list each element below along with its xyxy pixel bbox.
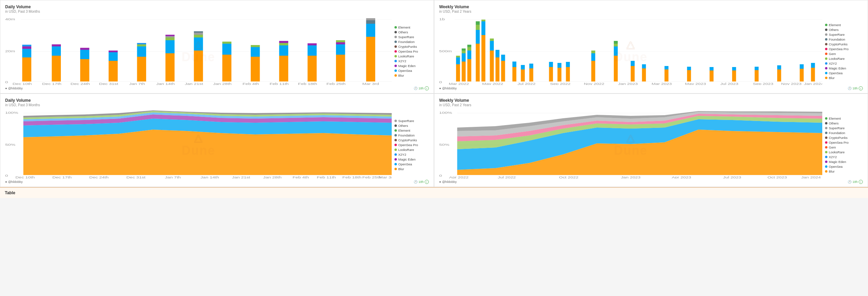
svg-text:Dec 10th: Dec 10th (12, 82, 32, 85)
svg-text:Jan 7th: Jan 7th (165, 176, 181, 178)
legend-dot (825, 43, 827, 45)
svg-rect-24 (165, 40, 174, 53)
chart-daily-volume-area: Daily Volume in USD, Past 3 Months 100% … (0, 94, 434, 187)
legend-dot (394, 60, 397, 62)
legend-label: Element (398, 25, 410, 29)
legend-label: OpenSea (829, 165, 843, 168)
svg-text:Dec 17th: Dec 17th (42, 82, 61, 85)
svg-rect-52 (366, 20, 375, 24)
legend-label: Blur (398, 167, 404, 171)
legend-dot (394, 36, 397, 38)
svg-rect-47 (336, 44, 345, 55)
legend-item-magic-eden: Magic Eden (825, 160, 863, 164)
svg-text:Feb 11th: Feb 11th (317, 176, 336, 178)
legend-item-gem: Gem (825, 52, 863, 56)
svg-rect-27 (165, 35, 174, 36)
svg-rect-30 (194, 35, 203, 37)
legend-bl: SuperRareOthersElementFoundationCryptoPu… (394, 110, 429, 178)
legend-label: X2Y2 (398, 153, 406, 156)
svg-text:Jan 2023: Jan 2023 (618, 83, 638, 85)
svg-rect-80 (467, 59, 471, 81)
chart-time-bl[interactable]: 🕐 18h i (414, 180, 429, 184)
svg-rect-17 (109, 52, 118, 61)
svg-rect-91 (490, 51, 493, 81)
legend-dot (394, 50, 397, 53)
legend-label: Magic Eden (398, 157, 415, 161)
chart-time-br[interactable]: 🕐 18h i (848, 180, 863, 184)
legend-item-cryptopunks: CryptoPunks (825, 136, 863, 140)
svg-text:Feb 25th: Feb 25th (326, 82, 345, 85)
info-icon-bl: i (425, 180, 429, 184)
legend-item-blur: Blur (825, 76, 863, 80)
svg-rect-134 (800, 64, 803, 69)
svg-rect-53 (366, 18, 375, 20)
svg-rect-45 (307, 43, 316, 45)
svg-text:Mar 2023: Mar 2023 (652, 83, 672, 85)
chart-time-tl[interactable]: 🕐 18h i (414, 86, 429, 90)
svg-text:40m: 40m (5, 18, 15, 21)
legend-label: SuperRare (829, 126, 845, 130)
legend-item-element: Element (825, 23, 863, 27)
info-icon-tr: i (859, 86, 863, 90)
svg-text:Dec 31st: Dec 31st (99, 82, 118, 85)
svg-rect-107 (557, 63, 561, 68)
svg-rect-12 (52, 44, 61, 46)
svg-rect-40 (279, 45, 288, 56)
svg-rect-96 (501, 61, 505, 81)
svg-rect-111 (591, 53, 595, 61)
chart-plot-tl: 40m 20m 0 (5, 16, 392, 85)
legend-item-others: Others (825, 28, 863, 32)
user-icon-tl: ● (5, 87, 7, 90)
legend-dot (394, 55, 397, 57)
svg-rect-46 (336, 55, 345, 81)
chart-footer-tr: ● @hildobby 🕐 18h i (439, 86, 863, 90)
svg-rect-13 (80, 59, 89, 81)
area-chart-svg-br: 100% 50% 0 (439, 110, 822, 178)
svg-rect-131 (777, 69, 781, 81)
legend-label: OpenSea Pro (398, 143, 418, 147)
svg-text:Oct 2023: Oct 2023 (768, 176, 787, 178)
user-icon-tr: ● (439, 87, 441, 90)
legend-label: CryptoPunks (829, 136, 847, 140)
legend-item-foundation: Foundation (394, 40, 429, 44)
legend-dot (394, 158, 397, 161)
legend-label: OpenSea Pro (829, 141, 849, 144)
svg-rect-31 (194, 33, 203, 35)
legend-dot (394, 74, 397, 77)
legend-item-foundation: Foundation (825, 37, 863, 41)
legend-item-opensea: OpenSea (825, 71, 863, 75)
legend-item-x2y2: X2Y2 (394, 59, 429, 63)
svg-rect-21 (137, 44, 146, 46)
legend-item-magic-eden: Magic Eden (394, 64, 429, 68)
svg-rect-129 (755, 70, 758, 81)
svg-text:Jan 14th: Jan 14th (156, 82, 175, 85)
legend-dot (394, 41, 397, 43)
chart-time-tr[interactable]: 🕐 18h i (848, 86, 863, 90)
svg-rect-7 (22, 49, 31, 57)
svg-rect-37 (251, 47, 260, 57)
svg-rect-86 (476, 25, 479, 30)
svg-rect-132 (777, 65, 781, 69)
svg-text:Jan 2024: Jan 2024 (804, 83, 822, 85)
chart-area-bl: 100% 50% 0 (5, 110, 429, 178)
legend-label: Blur (829, 169, 835, 173)
svg-rect-14 (80, 50, 89, 59)
legend-dot (394, 124, 397, 127)
svg-rect-38 (251, 45, 260, 47)
chart-weekly-volume-area: Weekly Volume in USD, Past 2 Years 100% … (434, 94, 868, 187)
svg-text:Feb 18th: Feb 18th (298, 82, 317, 85)
svg-rect-85 (476, 30, 479, 44)
legend-label: CryptoPunks (398, 138, 417, 142)
legend-dot (394, 149, 397, 151)
svg-text:20m: 20m (5, 50, 15, 53)
legend-label: Others (398, 30, 408, 34)
svg-text:Jan 21st: Jan 21st (232, 176, 250, 178)
legend-item-opensea-pro: OpenSea Pro (394, 50, 429, 53)
svg-text:Jan 7th: Jan 7th (129, 82, 145, 85)
svg-rect-95 (496, 50, 499, 57)
legend-label: Magic Eden (398, 64, 415, 68)
legend-dot (394, 139, 397, 141)
svg-text:Sep 2023: Sep 2023 (753, 83, 773, 85)
legend-dot (825, 127, 827, 129)
svg-rect-51 (366, 24, 375, 37)
